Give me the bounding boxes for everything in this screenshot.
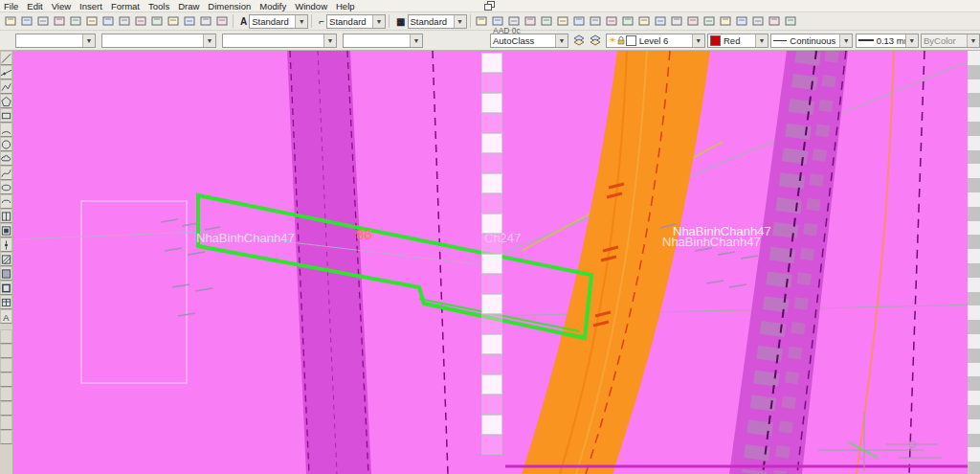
markup-button[interactable]	[555, 13, 571, 29]
scrollbar-segment[interactable]	[968, 363, 980, 377]
scrollbar-segment[interactable]	[968, 405, 980, 419]
scrollbar-segment[interactable]	[968, 122, 980, 136]
new-button[interactable]	[2, 13, 18, 29]
floating-toolbar-button[interactable]	[481, 73, 502, 93]
arc-tool-button[interactable]	[0, 123, 12, 137]
polyline-tool-button[interactable]	[0, 79, 12, 94]
plot-button[interactable]	[51, 13, 67, 29]
scrollbar-segment[interactable]	[968, 93, 980, 107]
zoom-realtime-button[interactable]	[213, 13, 230, 29]
scrollbar-segment[interactable]	[968, 391, 980, 405]
scrollbar-segment[interactable]	[968, 249, 980, 263]
chevron-down-icon[interactable]: ▼	[967, 34, 979, 47]
xref-button[interactable]	[539, 13, 555, 29]
table-tool-button[interactable]	[0, 295, 12, 309]
gradient-tool-button[interactable]	[0, 266, 12, 281]
scrollbar-segment[interactable]	[968, 349, 980, 363]
region-tool-button[interactable]	[0, 281, 12, 295]
scrollbar-segment[interactable]	[968, 263, 980, 278]
scrollbar-segment[interactable]	[968, 434, 980, 448]
open-button[interactable]	[18, 13, 34, 29]
scrollbar-segment[interactable]	[968, 65, 980, 79]
plot-preview-button[interactable]	[67, 13, 83, 29]
scrollbar-segment[interactable]	[968, 462, 980, 474]
chevron-down-icon[interactable]: ▼	[323, 34, 336, 47]
scrollbar-segment[interactable]	[968, 164, 980, 178]
menu-help[interactable]: Help	[336, 1, 355, 11]
scrollbar-segment[interactable]	[968, 178, 980, 192]
mtext-button[interactable]	[620, 13, 636, 29]
layer-on-icon[interactable]: ☀	[609, 36, 616, 45]
floating-toolbar-button[interactable]	[481, 53, 502, 73]
chevron-down-icon[interactable]: ▼	[692, 34, 704, 47]
left-combo-3[interactable]: ▼	[222, 34, 337, 48]
scrollbar-segment[interactable]	[968, 292, 980, 306]
floating-toolbar-button[interactable]	[481, 294, 502, 314]
paste-button[interactable]	[132, 13, 148, 29]
floating-toolbar-button[interactable]	[481, 113, 502, 133]
layer-combo[interactable]: ☀ Level 6 ▼	[606, 34, 705, 48]
chevron-down-icon[interactable]: ▼	[905, 34, 918, 47]
menu-modify[interactable]: Modify	[259, 1, 286, 11]
scrollbar-segment[interactable]	[968, 235, 980, 249]
menu-file[interactable]: File	[4, 1, 18, 11]
hyperlink-button[interactable]	[588, 13, 604, 29]
floating-toolbar-button[interactable]	[481, 334, 502, 354]
restore-window-icon[interactable]	[484, 1, 495, 11]
chevron-down-icon[interactable]: ▼	[82, 34, 95, 47]
line-tool-button[interactable]	[0, 51, 12, 65]
menu-dimension[interactable]: Dimension	[208, 1, 251, 11]
scrollbar-segment[interactable]	[968, 334, 980, 349]
rectangle-tool-button[interactable]	[0, 108, 12, 123]
match-properties-button[interactable]	[148, 13, 165, 29]
redo-button[interactable]	[181, 13, 197, 29]
layer-properties-button[interactable]	[570, 33, 587, 48]
layer-states-button[interactable]	[587, 33, 603, 48]
scrollbar-segment[interactable]	[968, 207, 980, 221]
ellipse-arc-tool-button[interactable]	[0, 194, 12, 209]
chevron-down-icon[interactable]: ▼	[454, 15, 466, 28]
floating-toolbar-button[interactable]	[481, 193, 502, 214]
floating-toolbar-button[interactable]	[481, 234, 502, 254]
plot-style-combo[interactable]: ByColor ▼	[921, 34, 980, 48]
copy-button[interactable]	[116, 13, 132, 29]
floating-toolbar-button[interactable]	[481, 93, 502, 113]
color-combo[interactable]: Red ▼	[707, 34, 768, 48]
left-combo-4[interactable]: ▼	[343, 34, 423, 48]
floating-toolbar-button[interactable]	[481, 274, 502, 294]
dim-radius-button[interactable]	[669, 13, 685, 29]
text-style-combo[interactable]: Standard ▼	[249, 14, 308, 29]
chevron-down-icon[interactable]: ▼	[410, 34, 422, 47]
floating-toolbar-button[interactable]	[481, 173, 502, 193]
floating-toolbar-button[interactable]	[481, 153, 502, 173]
floating-toolbar-button[interactable]	[481, 374, 502, 395]
chevron-down-icon[interactable]: ▼	[555, 34, 568, 47]
lock-icon[interactable]	[617, 36, 625, 45]
layer-off-button[interactable]	[750, 13, 767, 29]
make-block-tool-button[interactable]	[0, 223, 12, 237]
chevron-down-icon[interactable]: ▼	[203, 34, 215, 47]
scrollbar-segment[interactable]	[968, 192, 980, 207]
chevron-down-icon[interactable]: ▼	[755, 34, 768, 47]
scrollbar-segment[interactable]	[968, 79, 980, 94]
scrollbar-segment[interactable]	[968, 150, 980, 165]
dim-angular-button[interactable]	[685, 13, 702, 29]
layer-iso-button[interactable]	[767, 13, 783, 29]
scrollbar-segment[interactable]	[968, 221, 980, 236]
spline-tool-button[interactable]	[0, 166, 12, 180]
menu-window[interactable]: Window	[295, 1, 327, 11]
lineweight-combo[interactable]: 0.13 mm ▼	[856, 34, 919, 48]
floating-toolbar-button[interactable]	[481, 133, 502, 153]
revision-cloud-tool-button[interactable]	[0, 151, 12, 166]
field-button[interactable]	[571, 13, 588, 29]
qleader-button[interactable]	[702, 13, 718, 29]
dim-aligned-button[interactable]	[653, 13, 669, 29]
publish-button[interactable]	[83, 13, 100, 29]
region-button[interactable]	[783, 13, 799, 29]
scrollbar-segment[interactable]	[968, 419, 980, 434]
floating-toolbar-button[interactable]	[481, 214, 502, 234]
linetype-combo[interactable]: Continuous ▼	[770, 34, 853, 48]
polygon-tool-button[interactable]	[0, 94, 12, 108]
floating-toolbar-button[interactable]	[481, 415, 502, 435]
draw-order-button[interactable]	[474, 13, 490, 29]
